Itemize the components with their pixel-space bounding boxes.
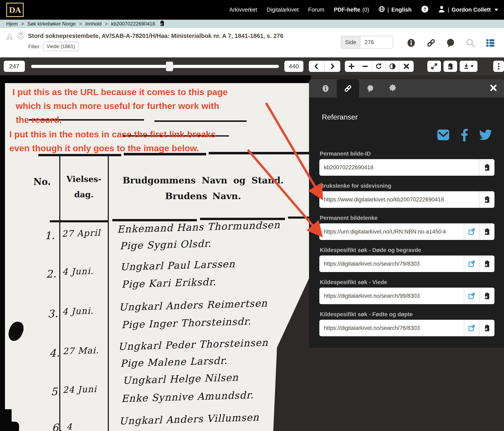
- column-header-bride: Brudens Navn.: [113, 191, 293, 201]
- row-date: 4: [66, 422, 72, 431]
- row-number: 2.: [46, 268, 57, 280]
- column-header-groom: Brudgommens Navn og Stand.: [113, 175, 293, 185]
- page-slider-track[interactable]: [31, 65, 279, 68]
- image-viewer[interactable]: No. Vielses- dag. Brudgommens Navn og St…: [0, 75, 504, 431]
- column-divider: [108, 155, 109, 431]
- tab-info[interactable]: [314, 79, 337, 98]
- ink-blob: [6, 320, 26, 343]
- rotate-icon[interactable]: [372, 61, 386, 72]
- header-bottom-border: [112, 219, 197, 221]
- row-number: 5.: [51, 386, 62, 398]
- references-panel: Referanser Permanent bilde-ID kb20070222…: [309, 98, 504, 348]
- info-icon[interactable]: [407, 38, 416, 47]
- page-number-group: Side 276: [341, 36, 393, 49]
- da-logo[interactable]: DA: [6, 3, 24, 17]
- page-number-input[interactable]: 276: [360, 36, 393, 49]
- search-marriages-value[interactable]: https://digitalarkivet.no/search/99/8303: [319, 287, 464, 304]
- more-options-button[interactable]: [493, 61, 504, 72]
- nav-pdf-hefte[interactable]: PDF-hefte (0): [334, 7, 369, 13]
- breadcrumb: Hjem > Søk kirkebøker Norge > Innhold > …: [0, 20, 504, 28]
- pdf-hefte-count: (0): [362, 7, 369, 13]
- breadcrumb-separator: >: [21, 21, 24, 27]
- breadcrumb-innhold[interactable]: Innhold: [85, 21, 101, 27]
- breadcrumb-image-id[interactable]: kb20070222690418: [111, 21, 155, 27]
- open-external-link-button[interactable]: [464, 223, 479, 240]
- field-label: Permanent bildelenke: [320, 215, 495, 221]
- annotation-note-2: I put this in the notes in case the firs…: [9, 127, 216, 155]
- first-page-box[interactable]: 247: [4, 61, 25, 72]
- contrast-icon[interactable]: [386, 61, 400, 72]
- open-external-link-button[interactable]: [464, 255, 479, 272]
- header-bottom-border: [50, 220, 108, 222]
- permanent-image-id-value[interactable]: kb20070222690418: [319, 159, 479, 176]
- filter-value-chip[interactable]: Viede (1861): [43, 42, 79, 51]
- usage-link-value[interactable]: https://www.digitalarkivet.no/kb20070222…: [319, 191, 479, 208]
- zoom-in-button[interactable]: [345, 61, 359, 72]
- copy-to-clipboard-button[interactable]: [479, 320, 495, 336]
- last-page-box[interactable]: 440: [284, 61, 303, 72]
- field-label: Brukslenke for sidevisning: [320, 183, 495, 189]
- nav-language[interactable]: | English: [379, 6, 412, 14]
- open-external-link-button[interactable]: [464, 320, 479, 336]
- help-button[interactable]: ?: [421, 5, 429, 14]
- permanent-image-link-value[interactable]: https://urn.digitalarkivet.no/URN:NBN:no…: [319, 223, 464, 240]
- user-menu[interactable]: | Gordon Collett: [438, 6, 498, 14]
- column-header-date-1: Vielses-: [62, 174, 106, 184]
- field-label: Kildespesifikt søk - Døde og begravde: [320, 247, 495, 253]
- row-number: 3.: [47, 307, 58, 320]
- nav-digitalarkivet[interactable]: Digitalarkivet: [267, 7, 299, 13]
- reset-x-button[interactable]: [400, 61, 413, 72]
- link-icon[interactable]: [426, 38, 436, 47]
- nav-forum[interactable]: Forum: [308, 7, 324, 13]
- field-search-marriages: Kildespesifikt søk - Viede https://digit…: [319, 279, 495, 304]
- nav-arkivverket[interactable]: Arkivverket: [229, 7, 257, 13]
- facebook-share-icon[interactable]: [461, 128, 468, 142]
- search-deaths-value[interactable]: https://digitalarkivet.no/search/79/8303: [319, 255, 464, 272]
- page-slider-handle[interactable]: [166, 62, 173, 71]
- row-date: 24 Juni: [62, 384, 97, 395]
- previous-page-button[interactable]: [309, 61, 324, 72]
- breadcrumb-separator: >: [79, 21, 82, 27]
- warning-icon[interactable]: [5, 32, 14, 41]
- clipboard-icon[interactable]: [160, 20, 164, 27]
- top-navbar: DA Arkivverket Digitalarkivet Forum PDF-…: [0, 0, 504, 20]
- search-births-value[interactable]: https://digitalarkivet.no/search/76/8303: [319, 320, 464, 336]
- column-header-date-2: dag.: [62, 190, 106, 199]
- copy-to-clipboard-button[interactable]: [479, 159, 495, 176]
- zoom-out-button[interactable]: [359, 61, 372, 72]
- comment-icon[interactable]: [446, 38, 455, 47]
- copy-reference-button[interactable]: [443, 61, 457, 72]
- panel-tab-bar: [309, 79, 504, 98]
- tab-references[interactable]: [337, 79, 359, 98]
- copy-to-clipboard-button[interactable]: [479, 255, 495, 272]
- fullscreen-button[interactable]: [427, 61, 441, 72]
- field-permanent-image-link: Permanent bildelenke https://urn.digital…: [319, 215, 495, 240]
- download-icon: [460, 61, 477, 72]
- copy-to-clipboard-button[interactable]: [479, 223, 495, 240]
- breadcrumb-sok-kirkeboker[interactable]: Søk kirkebøker Norge: [27, 21, 76, 27]
- list-view-icon[interactable]: [486, 38, 495, 47]
- user-divider: |: [447, 7, 450, 13]
- row-number: 4.: [49, 347, 60, 359]
- page-title: Stord sokneprestembete, AV/SAB-A-78201/H…: [28, 33, 283, 39]
- tab-comments[interactable]: [359, 79, 381, 98]
- twitter-share-icon[interactable]: [479, 129, 492, 142]
- field-label: Kildespesifikt søk - Viede: [320, 279, 495, 286]
- copy-to-clipboard-button[interactable]: [479, 287, 495, 304]
- open-external-link-button[interactable]: [464, 287, 479, 304]
- field-search-births: Kildespesifikt søk - Fødte og døpte http…: [319, 311, 495, 336]
- chevron-down-icon: [495, 9, 498, 11]
- tab-settings[interactable]: [381, 79, 404, 98]
- row-date: 27 Mai.: [62, 345, 99, 356]
- search-icon[interactable]: [466, 38, 475, 47]
- breadcrumb-hjem[interactable]: Hjem: [6, 21, 18, 27]
- panel-title: Referanser: [322, 113, 495, 121]
- next-page-button[interactable]: [324, 61, 340, 72]
- copy-to-clipboard-button[interactable]: [479, 191, 495, 208]
- layers-icon[interactable]: [16, 31, 25, 40]
- row-number: 1.: [44, 229, 55, 242]
- panel-close-button[interactable]: [490, 84, 497, 92]
- download-button[interactable]: [460, 61, 477, 72]
- clipboard-icon: [443, 61, 457, 72]
- email-share-icon[interactable]: [437, 128, 450, 142]
